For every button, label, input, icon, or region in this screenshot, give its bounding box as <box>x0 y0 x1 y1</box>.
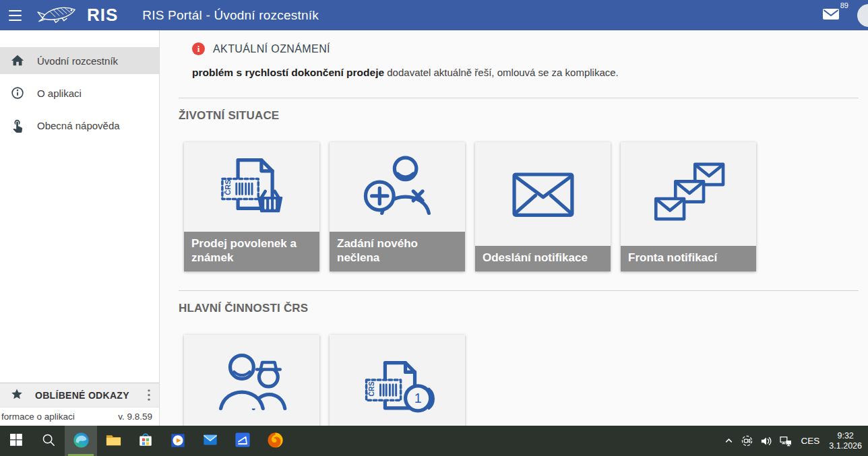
taskbar-clock[interactable]: 9:32 3.1.2026 <box>829 431 862 451</box>
sidebar: Úvodní rozcestníkO aplikaciObecná nápově… <box>0 30 160 426</box>
tile-label: Fronta notifikací <box>621 246 756 271</box>
section-divider <box>179 98 859 98</box>
sidebar-item-uvodni-rozcestnik[interactable]: Úvodní rozcestník <box>0 47 159 74</box>
home-icon <box>10 53 25 68</box>
start-button[interactable] <box>0 426 32 456</box>
favorites-section[interactable]: OBLÍBENÉ ODKAZY <box>0 383 159 407</box>
search-icon <box>42 433 55 449</box>
envelope-icon <box>475 142 611 246</box>
section-divider <box>179 290 859 291</box>
mail-badge: 89 <box>840 1 848 9</box>
movies-tv-icon <box>170 432 186 450</box>
tile-add-person[interactable]: Zadání nového nečlena <box>330 142 465 271</box>
favorites-label: OBLÍBENÉ ODKAZY <box>35 390 129 401</box>
app-info-link[interactable]: formace o aplikaci <box>1 412 75 422</box>
kebab-menu-icon[interactable] <box>144 386 154 404</box>
sidebar-nav: Úvodní rozcestníkO aplikaciObecná nápově… <box>0 30 159 144</box>
announcement-message-rest: dodavatel aktuálně řeší, omlouvá se za k… <box>387 67 619 78</box>
envelopes-queue-icon <box>621 142 756 246</box>
search-button[interactable] <box>32 426 65 456</box>
tile-label: Prodej povolenek a známek <box>184 232 319 272</box>
header-right: 89 <box>822 4 868 27</box>
windows-start-icon <box>10 434 22 448</box>
screen: RIS RIS Portál - Úvodní rozcestník 89 Úv… <box>0 0 868 456</box>
svg-text:ČRS: ČRS <box>223 180 231 195</box>
clock-time: 9:32 <box>829 431 862 441</box>
alert-info-icon: i <box>192 42 205 55</box>
sidebar-item-o-aplikaci[interactable]: O aplikaci <box>0 79 159 106</box>
mail-app-icon <box>202 432 218 450</box>
folder-icon <box>105 432 122 451</box>
movies-tv-app-button[interactable] <box>162 426 194 456</box>
sidebar-item-label: Obecná nápověda <box>37 120 120 131</box>
announcement-message: problém s rychlostí dokončení prodeje do… <box>192 67 859 79</box>
meet-now-icon[interactable] <box>741 435 753 447</box>
firefox-app-button[interactable] <box>259 426 291 456</box>
app-header: RIS RIS Portál - Úvodní rozcestník 89 <box>0 0 868 30</box>
section-heading: ŽIVOTNÍ SITUACE <box>179 109 859 123</box>
volume-icon[interactable] <box>760 436 772 447</box>
permit-sale-icon: ČRS <box>184 142 319 232</box>
taskbar-apps <box>0 426 291 456</box>
file-explorer-button[interactable] <box>97 426 129 456</box>
stamp-coins-icon: ČRS1 <box>330 335 465 426</box>
mail-icon <box>822 11 840 23</box>
star-icon <box>10 387 24 403</box>
sidebar-footer: formace o aplikaci v. 9.8.59 <box>0 407 159 426</box>
sidebar-item-label: O aplikaci <box>37 88 82 99</box>
tiles-row: ČRSProdej povolenek a známekZadání novéh… <box>184 142 859 271</box>
scan-app-icon <box>235 432 251 450</box>
tile-envelope[interactable]: Odeslání notifikace <box>475 142 611 271</box>
page-title: RIS Portál - Úvodní rozcestník <box>142 8 319 23</box>
system-tray: CES 9:32 3.1.2026 <box>724 426 868 456</box>
sidebar-item-obecna-napoveda[interactable]: Obecná nápověda <box>0 112 159 139</box>
info-icon <box>10 86 25 100</box>
tile-members[interactable] <box>184 335 319 426</box>
svg-text:1: 1 <box>414 391 421 405</box>
tile-envelopes-queue[interactable]: Fronta notifikací <box>621 142 756 271</box>
main-content: i AKTUÁLNÍ OZNÁMENÍ problém s rychlostí … <box>160 30 868 426</box>
notifications-mail-button[interactable]: 89 <box>822 7 840 24</box>
edge-app-button[interactable] <box>65 426 97 456</box>
language-indicator[interactable]: CES <box>801 436 820 446</box>
store-app-button[interactable] <box>129 426 162 456</box>
avatar[interactable] <box>857 4 868 27</box>
app-version: v. 9.8.59 <box>118 412 152 422</box>
taskbar: CES 9:32 3.1.2026 <box>0 426 868 456</box>
sections-container: ŽIVOTNÍ SITUACEČRSProdej povolenek a zná… <box>179 98 859 426</box>
app-body: Úvodní rozcestníkO aplikaciObecná nápově… <box>0 30 868 426</box>
tiles-row: ČRS1 <box>184 335 859 426</box>
tile-permit-sale[interactable]: ČRSProdej povolenek a známek <box>184 142 319 271</box>
network-icon[interactable] <box>780 436 792 447</box>
tile-label: Odeslání notifikace <box>475 246 611 271</box>
announcement-header: i AKTUÁLNÍ OZNÁMENÍ <box>192 42 859 55</box>
sidebar-bottom: OBLÍBENÉ ODKAZY formace o aplikaci v. 9.… <box>0 383 159 426</box>
members-icon <box>184 335 319 426</box>
tile-label: Zadání nového nečlena <box>330 232 465 272</box>
store-icon <box>137 432 154 450</box>
firefox-icon <box>267 432 284 451</box>
svg-text:ČRS: ČRS <box>367 381 375 396</box>
section-heading: HLAVNÍ ČINNOSTI ČRS <box>179 302 859 315</box>
hamburger-icon[interactable] <box>0 0 30 30</box>
help-touch-icon <box>10 118 25 133</box>
sidebar-item-label: Úvodní rozcestník <box>37 55 118 67</box>
app-logo: RIS <box>36 3 118 27</box>
edge-icon <box>73 432 90 451</box>
add-person-icon <box>330 142 465 232</box>
clock-date: 3.1.2026 <box>829 441 862 451</box>
scan-app-button[interactable] <box>226 426 259 456</box>
fish-logo-icon <box>36 3 81 27</box>
announcement-message-bold: problém s rychlostí dokončení prodeje <box>192 67 384 78</box>
announcement-heading: AKTUÁLNÍ OZNÁMENÍ <box>213 43 330 55</box>
tile-stamp-coins[interactable]: ČRS1 <box>330 335 465 426</box>
chevron-up-icon[interactable] <box>724 436 734 446</box>
logo-text: RIS <box>87 5 118 26</box>
mail-app-button[interactable] <box>194 426 226 456</box>
